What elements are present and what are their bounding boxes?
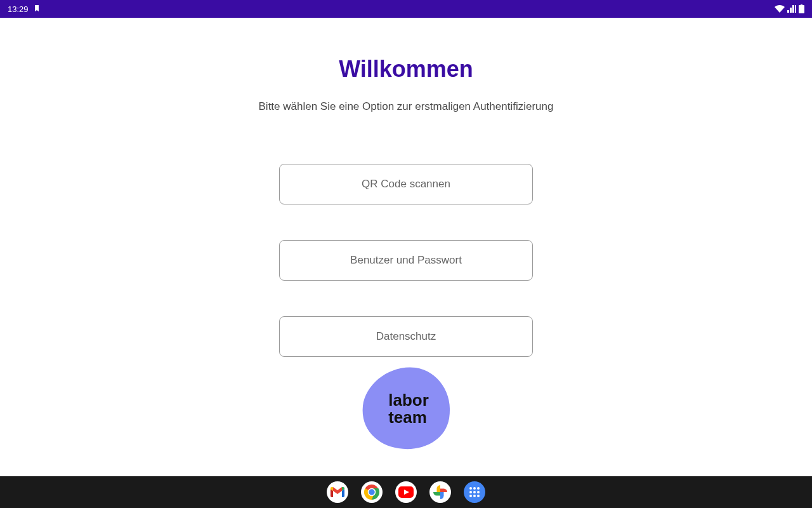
youtube-app-icon[interactable] xyxy=(395,481,417,503)
status-bar-right xyxy=(775,4,804,13)
status-bar-left: 13:29 xyxy=(8,4,40,14)
navigation-bar xyxy=(0,476,812,508)
wifi-icon xyxy=(775,5,785,13)
brand-logo: labor team xyxy=(355,364,457,453)
svg-point-8 xyxy=(477,487,480,490)
main-content: Willkommen Bitte wählen Sie eine Option … xyxy=(0,18,812,453)
svg-point-11 xyxy=(477,491,480,493)
svg-point-14 xyxy=(477,495,480,497)
photos-app-icon[interactable] xyxy=(429,481,451,503)
svg-point-12 xyxy=(469,495,472,497)
user-password-button[interactable]: Benutzer und Passwort xyxy=(279,240,533,281)
logo-line2: team xyxy=(388,409,429,426)
apps-drawer-icon[interactable] xyxy=(464,481,485,503)
status-time: 13:29 xyxy=(8,4,29,14)
page-subtitle: Bitte wählen Sie eine Option zur erstmal… xyxy=(259,100,554,113)
logo-text: labor team xyxy=(383,392,429,427)
svg-point-13 xyxy=(473,495,476,497)
privacy-button[interactable]: Datenschutz xyxy=(279,316,533,357)
svg-point-6 xyxy=(469,487,472,490)
chrome-app-icon[interactable] xyxy=(361,481,383,503)
svg-point-10 xyxy=(473,491,476,493)
user-password-label: Benutzer und Passwort xyxy=(350,254,462,267)
notification-icon xyxy=(34,5,40,13)
gmail-app-icon[interactable] xyxy=(327,481,348,503)
page-title: Willkommen xyxy=(339,56,473,83)
battery-icon xyxy=(799,4,804,13)
privacy-label: Datenschutz xyxy=(376,330,436,343)
signal-icon xyxy=(787,5,796,13)
status-bar: 13:29 xyxy=(0,0,812,18)
qr-scan-label: QR Code scannen xyxy=(362,178,450,190)
qr-scan-button[interactable]: QR Code scannen xyxy=(279,164,533,204)
svg-point-9 xyxy=(469,491,472,493)
logo-line1: labor xyxy=(388,392,429,409)
svg-point-7 xyxy=(473,487,476,490)
